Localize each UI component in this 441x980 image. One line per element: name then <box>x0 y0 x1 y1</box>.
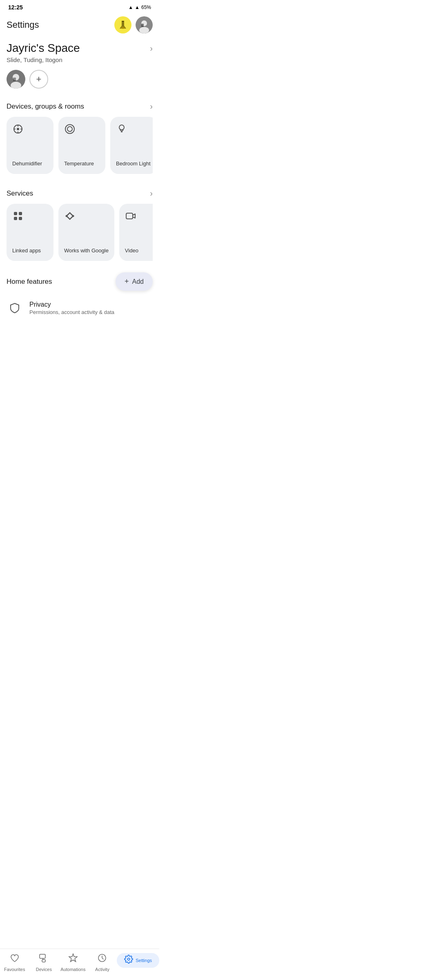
works-with-google-name: Works with Google <box>64 247 109 254</box>
home-name-row[interactable]: Jayric's Space › <box>7 42 153 55</box>
services-section-header[interactable]: Services › <box>7 189 153 198</box>
home-features-title: Home features <box>7 278 52 286</box>
add-icon: + <box>125 277 129 286</box>
bedroom-light-name: Bedroom Light <box>116 160 151 167</box>
services-section: Services › Linked apps <box>0 182 159 266</box>
header-actions <box>114 16 153 33</box>
device-card-temperature[interactable]: Temperature <box>58 117 105 174</box>
svg-rect-9 <box>13 78 16 81</box>
works-with-google-icon <box>64 210 109 225</box>
bedroom-light-icon <box>116 123 151 138</box>
add-member-button[interactable]: + <box>29 70 48 89</box>
svg-rect-21 <box>19 212 22 215</box>
svg-point-24 <box>66 215 68 217</box>
lab-icon <box>118 20 128 30</box>
members-row: + <box>7 70 153 89</box>
temperature-name: Temperature <box>64 160 100 167</box>
service-card-works-with-google[interactable]: Works with Google <box>58 204 114 261</box>
add-button[interactable]: + Add <box>116 272 153 291</box>
devices-cards-scroll: Dehumidifier Temperature Bedroom Light <box>7 117 153 176</box>
home-location: Slide, Tuding, Itogon <box>7 56 153 63</box>
member-avatar[interactable] <box>7 70 25 89</box>
battery-level: 65% <box>141 4 151 10</box>
signal-icon: ▲ <box>135 4 140 10</box>
home-features-header: Home features + Add <box>0 266 159 294</box>
home-name-text: Jayric's Space <box>7 42 80 55</box>
lab-icon-button[interactable] <box>114 16 131 33</box>
services-section-title: Services <box>7 189 33 198</box>
dehumidifier-name: Dehumidifier <box>12 160 48 167</box>
service-card-linked-apps[interactable]: Linked apps <box>7 204 53 261</box>
feature-privacy-desc: Permissions, account activity & data <box>29 309 153 315</box>
status-bar: 12:25 ▲ ▲ 65% <box>0 0 159 13</box>
devices-section: Devices, groups & rooms › Dehumidifier <box>0 95 159 179</box>
member-avatar-icon <box>7 70 25 89</box>
wifi-icon: ▲ <box>128 4 133 10</box>
device-card-dehumidifier[interactable]: Dehumidifier <box>7 117 53 174</box>
home-section: Jayric's Space › Slide, Tuding, Itogon + <box>0 38 159 95</box>
status-time: 12:25 <box>8 4 23 11</box>
feature-item-privacy[interactable]: Privacy Permissions, account activity & … <box>0 294 159 322</box>
svg-point-16 <box>65 125 74 134</box>
header-avatar-button[interactable] <box>136 16 153 33</box>
home-name-chevron: › <box>150 44 153 53</box>
svg-rect-0 <box>122 21 124 22</box>
svg-point-25 <box>72 215 74 217</box>
status-icons: ▲ ▲ 65% <box>128 4 151 10</box>
services-section-chevron: › <box>150 189 153 198</box>
devices-section-chevron: › <box>150 102 153 111</box>
video-name: Video <box>125 247 153 254</box>
temperature-icon <box>64 123 100 138</box>
feature-privacy-text: Privacy Permissions, account activity & … <box>29 301 153 315</box>
linked-apps-icon <box>12 210 48 225</box>
page-title: Settings <box>7 20 39 30</box>
linked-apps-name: Linked apps <box>12 247 48 254</box>
device-card-bedroom-light[interactable]: Bedroom Light <box>110 117 153 174</box>
svg-point-18 <box>119 125 124 130</box>
svg-rect-20 <box>14 212 17 215</box>
feature-privacy-name: Privacy <box>29 301 153 308</box>
svg-rect-23 <box>19 217 22 220</box>
devices-section-header[interactable]: Devices, groups & rooms › <box>7 102 153 111</box>
devices-section-title: Devices, groups & rooms <box>7 102 84 111</box>
svg-rect-22 <box>14 217 17 220</box>
user-avatar-icon <box>136 16 153 33</box>
service-card-video[interactable]: Video <box>119 204 153 261</box>
svg-point-11 <box>17 128 19 130</box>
video-icon <box>125 210 153 225</box>
svg-point-4 <box>139 27 149 33</box>
svg-marker-27 <box>133 214 135 218</box>
svg-point-1 <box>121 27 125 29</box>
header: Settings <box>0 13 159 38</box>
svg-rect-26 <box>126 213 133 219</box>
svg-point-17 <box>67 127 72 131</box>
add-label: Add <box>132 278 144 285</box>
privacy-icon <box>7 300 23 316</box>
services-cards-scroll: Linked apps Works with Google Video <box>7 204 153 263</box>
dehumidifier-icon <box>12 123 48 138</box>
svg-rect-5 <box>141 24 144 27</box>
